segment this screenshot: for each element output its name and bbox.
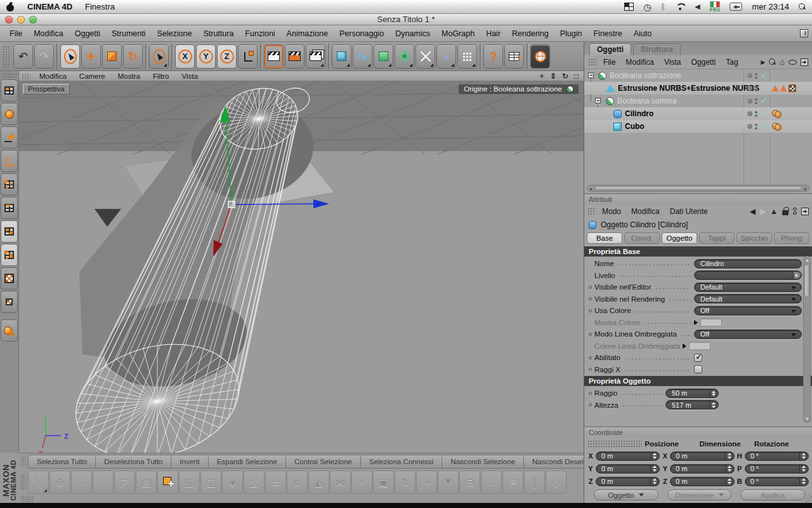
render-view-button[interactable] <box>264 44 284 69</box>
redo-button[interactable]: ↷ <box>34 44 54 69</box>
smoothing-tag-icon[interactable] <box>780 85 787 91</box>
enabled-check-icon[interactable]: ✓ <box>760 72 766 79</box>
spinner-arrows-icon[interactable] <box>709 401 717 408</box>
apple-menu-icon[interactable] <box>6 2 15 12</box>
dimension-mode-select[interactable]: Dimensione <box>667 490 732 500</box>
position-y-input[interactable]: 0 m <box>596 464 660 474</box>
grow-selection-button[interactable]: Espandi Selezione <box>208 455 286 469</box>
om-menu-tag[interactable]: Tag <box>721 58 743 67</box>
raggi-x-checkbox[interactable] <box>694 365 702 373</box>
lock-x-axis-button[interactable]: X <box>175 44 195 69</box>
menu-finestre[interactable]: Finestre <box>587 29 627 38</box>
row-grip[interactable] <box>20 474 26 490</box>
add-spline-button[interactable]: ∿ <box>353 44 372 69</box>
modo-linea-select[interactable]: Off <box>694 330 802 339</box>
align-normals-tool-icon[interactable]: ≡ <box>502 471 523 494</box>
add-panel-icon[interactable] <box>801 208 809 215</box>
expand-arrow-icon[interactable] <box>683 344 686 349</box>
palette-grip[interactable] <box>3 73 16 78</box>
axis-mode-button[interactable] <box>1 126 18 149</box>
collapse-tool-icon[interactable]: ▼ <box>438 471 459 494</box>
tab-spicchio[interactable]: Spicchio <box>737 232 772 244</box>
viewport-menu-filtro[interactable]: Filtro <box>147 72 176 80</box>
viewport-grip[interactable] <box>22 73 30 79</box>
online-help-button[interactable] <box>530 44 550 69</box>
texture-axis-mode-button[interactable] <box>1 291 18 313</box>
tree-row-booleana-sottrazione[interactable]: Booleana sottrazione ✓ <box>584 69 812 82</box>
render-settings-button[interactable] <box>306 44 325 69</box>
input-switcher-icon[interactable] <box>730 3 742 11</box>
optimize-tool-icon[interactable]: ∥ <box>524 471 545 494</box>
lock-z-axis-button[interactable]: Z <box>217 44 237 69</box>
scrollbar-thumb[interactable] <box>594 186 802 190</box>
knife-tool-icon[interactable]: ◸ <box>114 471 135 494</box>
bluetooth-icon[interactable]: ᛒ <box>661 2 666 11</box>
viewport-pan-icon[interactable]: + <box>540 72 544 81</box>
tab-oggetti[interactable]: Oggetti <box>589 43 631 55</box>
visibile-editor-select[interactable]: Default <box>694 283 802 292</box>
om-menu-modifica[interactable]: Modifica <box>620 58 659 67</box>
track-icon[interactable] <box>793 207 797 215</box>
smooth-shift-tool-icon[interactable]: ◈ <box>222 471 243 494</box>
collapse-icon[interactable] <box>588 72 594 78</box>
layer-dot[interactable] <box>747 124 752 129</box>
viewport-rotate-icon[interactable]: ↻ <box>562 72 568 81</box>
rotation-b-input[interactable]: 0 ° <box>745 477 809 486</box>
select-connected-button[interactable]: Seleziona Connessi <box>360 455 443 469</box>
edge-cut-tool-icon[interactable]: ▭ <box>265 471 286 494</box>
tab-struttura[interactable]: Struttura <box>633 43 681 55</box>
enabled-check-icon[interactable]: ✓ <box>760 123 766 130</box>
add-particles-button[interactable] <box>457 44 477 69</box>
spaces-icon[interactable] <box>624 3 634 11</box>
attributes-vscrollbar[interactable]: ▲ ▼ <box>803 256 811 423</box>
enabled-check-icon[interactable]: ✓ <box>760 110 766 117</box>
move-component-tool-icon[interactable]: + <box>351 471 372 494</box>
attr-menu-modo[interactable]: Modo <box>597 207 626 216</box>
shrink-selection-button[interactable]: Contrai Selezione <box>285 455 361 469</box>
keyframe-dot[interactable] <box>589 333 592 336</box>
coordinate-mode-select[interactable]: Oggetto <box>594 490 658 500</box>
keyframe-dot[interactable] <box>589 368 592 371</box>
render-active-view-button[interactable] <box>285 44 304 69</box>
keyframe-dot[interactable] <box>589 392 592 395</box>
selection-tool-button[interactable] <box>149 44 169 69</box>
keyframe-dot[interactable] <box>589 356 592 359</box>
scroll-up-icon[interactable]: ▲ <box>805 258 809 262</box>
wifi-icon[interactable] <box>675 3 685 10</box>
menu-overflow-icon[interactable]: ▶ <box>761 59 765 65</box>
menu-hair[interactable]: Hair <box>480 29 506 38</box>
position-z-input[interactable]: 0 m <box>596 477 660 486</box>
extrude-inner-tool-icon[interactable]: ▥ <box>179 471 200 494</box>
visibility-dots[interactable] <box>755 110 757 117</box>
strip-grip[interactable] <box>20 496 34 502</box>
phong-tag-icon[interactable] <box>772 110 782 118</box>
section-proprieta-base[interactable]: Proprietà Base <box>584 246 812 257</box>
lock-y-axis-button[interactable]: Y <box>196 44 216 69</box>
visibile-rendering-select[interactable]: Default <box>694 294 802 304</box>
nome-input[interactable]: Cilindro <box>694 259 802 269</box>
model-mode-button[interactable] <box>1 103 18 125</box>
visibility-dots[interactable] <box>755 72 757 79</box>
tree-row-booleana-somma[interactable]: Booleana somma ✓ <box>584 95 812 107</box>
keyframe-dot[interactable] <box>589 403 592 406</box>
menu-funzioni[interactable]: Funzioni <box>239 29 280 38</box>
viewport-menu-vista[interactable]: Vista <box>175 72 204 80</box>
attr-menu-dati-utente[interactable]: Dati Utente <box>665 207 713 216</box>
object-manager-hscrollbar[interactable]: ◂ ▸ <box>587 185 809 192</box>
split-tool-icon[interactable]: □ <box>481 471 502 494</box>
kinematics-mode-button[interactable] <box>1 319 18 342</box>
lock-icon[interactable] <box>782 210 789 215</box>
rotate-component-tool-icon[interactable]: ↻ <box>395 471 416 494</box>
texture-mode-button[interactable] <box>1 267 18 290</box>
menu-animazione[interactable]: Animazione <box>281 29 334 38</box>
scene-canvas[interactable]: Z X <box>19 81 584 453</box>
rotation-h-input[interactable]: 0 ° <box>745 451 809 461</box>
rotate-button[interactable]: ↻ <box>123 44 143 69</box>
visibility-filter-icon[interactable] <box>789 60 797 65</box>
raggio-spinner[interactable]: 50 m <box>665 389 719 398</box>
coordinate-system-button[interactable] <box>238 44 258 69</box>
tab-coord[interactable]: Coord. <box>624 232 660 244</box>
viewport-menu-camere[interactable]: Camere <box>73 72 112 80</box>
point-mode-button[interactable] <box>1 173 18 196</box>
extrude-tool-icon[interactable]: ◫ <box>200 471 221 494</box>
